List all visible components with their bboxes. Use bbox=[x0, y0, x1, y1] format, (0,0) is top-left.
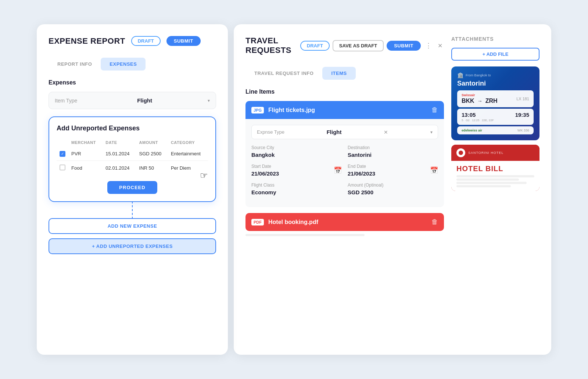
start-calendar-icon[interactable]: 📅 bbox=[334, 166, 342, 174]
expense-type-row: Expnse Type Flight ✕ ▾ bbox=[251, 125, 438, 139]
tab-expenses[interactable]: EXPENSES bbox=[101, 58, 146, 71]
arrive-time: 19:35 bbox=[515, 112, 529, 118]
header-actions: DRAFT SAVE AS DRAFT SUBMIT ⋮ ✕ bbox=[300, 40, 444, 51]
col-category: CATEGORY bbox=[168, 138, 208, 147]
end-calendar-icon[interactable]: 📅 bbox=[430, 166, 438, 174]
expenses-section-label: Expenses bbox=[49, 79, 216, 86]
end-date-value: 21/06/2023 bbox=[348, 170, 375, 177]
amount-pvr: SGD 2500 bbox=[136, 147, 168, 160]
class-amount-row: Flight Class Economy Amount (Optinoal) S… bbox=[251, 183, 438, 195]
from-code: BKK bbox=[462, 98, 474, 104]
delete-flight-icon[interactable]: 🗑 bbox=[431, 106, 438, 114]
save-draft-button[interactable]: SAVE AS DRAFT bbox=[333, 40, 384, 51]
travel-requests-panel: TRAVEL REQUESTS DRAFT SAVE AS DRAFT SUBM… bbox=[234, 24, 551, 355]
edelweiss-flight: WK 336 bbox=[517, 129, 529, 132]
unreported-expenses-box: Add Unreported Expenses MERCHANT DATE AM… bbox=[49, 116, 216, 202]
right-main-content: TRAVEL REQUESTS DRAFT SAVE AS DRAFT SUBM… bbox=[245, 36, 444, 343]
submit-button-right[interactable]: SUBMIT bbox=[387, 41, 421, 51]
scroll-indicator bbox=[245, 234, 365, 236]
flight-form: Expnse Type Flight ✕ ▾ Source City Bangk… bbox=[245, 119, 444, 207]
hotel-name: SANTORINI HOTEL bbox=[468, 151, 503, 155]
end-date-label: End Date bbox=[348, 164, 375, 169]
date-food: 02.01.2024 bbox=[103, 160, 136, 175]
flight-class-label: Flight Class bbox=[251, 183, 342, 188]
date-pvr: 15.01.2024 bbox=[103, 147, 136, 160]
flight-route: BKK → ZRH bbox=[462, 98, 498, 104]
airline-name: Swissair bbox=[462, 93, 498, 97]
more-options-icon[interactable]: ⋮ bbox=[424, 40, 433, 51]
expense-type-value: Flight bbox=[327, 129, 342, 135]
main-container: EXPENSE REPORT DRAFT SUBMIT REPORT INFO … bbox=[37, 24, 551, 355]
flight-arrow-icon: → bbox=[477, 98, 483, 104]
bill-line-4 bbox=[456, 185, 511, 187]
close-icon[interactable]: ✕ bbox=[436, 41, 444, 51]
clear-expense-type-icon[interactable]: ✕ bbox=[384, 129, 388, 135]
checkbox-food[interactable] bbox=[60, 165, 65, 170]
start-date-value: 21/06/2023 bbox=[251, 170, 279, 177]
cursor-icon: ☞ bbox=[200, 170, 208, 181]
edelweiss-name: edelweiss air bbox=[462, 129, 482, 132]
left-tabs: REPORT INFO EXPENSES bbox=[49, 58, 216, 71]
santorini-attachment: 🏛️ From Bangkok to Santorini Swissair BK… bbox=[451, 66, 539, 140]
col-amount: AMOUNT bbox=[136, 138, 168, 147]
end-date-field: End Date 21/06/2023 📅 bbox=[348, 164, 438, 177]
bill-line-2 bbox=[456, 178, 519, 181]
item-type-value: Flight bbox=[137, 97, 152, 104]
delete-hotel-icon[interactable]: 🗑 bbox=[431, 218, 438, 226]
amount-label: Amount (Optinoal) bbox=[348, 183, 438, 188]
start-date-field: Start Date 21/06/2023 📅 bbox=[251, 164, 342, 177]
destination-value: Santorini bbox=[348, 152, 438, 158]
dates-row: Start Date 21/06/2023 📅 End Date 21/06/2… bbox=[251, 164, 438, 177]
table-row: PVR 15.01.2024 SGD 2500 Entertainment bbox=[57, 147, 208, 160]
start-date-label: Start Date bbox=[251, 164, 279, 169]
hotel-bill-title: HOTEL BILL bbox=[456, 165, 534, 173]
connector-line bbox=[132, 201, 133, 219]
flight-class-field: Flight Class Economy bbox=[251, 183, 342, 195]
line-items-title: Line Items bbox=[245, 89, 444, 95]
right-header: TRAVEL REQUESTS DRAFT SAVE AS DRAFT SUBM… bbox=[245, 36, 444, 55]
attachments-title: ATTACHMENTS bbox=[451, 36, 539, 42]
tab-travel-request-info[interactable]: TRAVEL REQUEST INFO bbox=[245, 67, 322, 80]
destination-field: Destination Santorini bbox=[348, 145, 438, 158]
add-file-button[interactable]: + ADD FILE bbox=[451, 48, 539, 61]
hotel-file-header: PDF Hotel booking.pdf 🗑 bbox=[245, 213, 444, 231]
col-date: DATE bbox=[103, 138, 136, 147]
item-type-row[interactable]: Item Type Flight ▾ bbox=[49, 92, 216, 109]
proceed-button[interactable]: PROCEED bbox=[107, 181, 157, 194]
table-row: Food 02.01.2024 INR 50 Per Diem bbox=[57, 160, 208, 175]
tab-report-info[interactable]: REPORT INFO bbox=[49, 58, 101, 71]
travel-requests-title: TRAVEL REQUESTS bbox=[245, 36, 294, 55]
destination-label: Destination bbox=[348, 145, 438, 150]
bill-line-3 bbox=[456, 182, 527, 184]
checkbox-pvr[interactable] bbox=[60, 151, 65, 157]
depart-time: 13:05 bbox=[462, 112, 476, 118]
expense-report-panel: EXPENSE REPORT DRAFT SUBMIT REPORT INFO … bbox=[37, 24, 228, 355]
pdf-badge: PDF bbox=[251, 219, 264, 225]
tab-items[interactable]: ITEMS bbox=[322, 67, 355, 80]
swissair-row: Swissair BKK → ZRH LX 181 bbox=[457, 90, 534, 107]
flight-class-value: Economy bbox=[251, 189, 342, 195]
from-label: From Bangkok to bbox=[466, 73, 491, 77]
chevron-down-icon: ▾ bbox=[208, 98, 210, 103]
bill-line-1 bbox=[456, 175, 534, 177]
source-city-field: Source City Bangkok bbox=[251, 145, 342, 158]
santorini-from: 🏛️ From Bangkok to bbox=[457, 72, 534, 78]
amount-value: SGD 2500 bbox=[348, 189, 438, 195]
add-new-expense-button[interactable]: ADD NEW EXPENSE bbox=[49, 218, 216, 234]
draft-badge-right[interactable]: DRAFT bbox=[300, 41, 330, 51]
col-merchant: MERCHANT bbox=[68, 138, 103, 147]
airline-info: Swissair BKK → ZRH bbox=[462, 93, 498, 104]
flight-file-header: JPG Flight tickets.jpg 🗑 bbox=[245, 101, 444, 119]
left-header: EXPENSE REPORT DRAFT SUBMIT bbox=[49, 36, 216, 46]
flight-file-name: Flight tickets.jpg bbox=[268, 107, 427, 113]
draft-badge-left[interactable]: DRAFT bbox=[131, 36, 161, 46]
attachments-sidebar: ATTACHMENTS + ADD FILE 🏛️ From Bangkok t… bbox=[451, 36, 539, 343]
hotel-file-name: Hotel booking.pdf bbox=[268, 219, 427, 225]
item-type-label: Item Type bbox=[55, 98, 77, 104]
terminal-info: 5 G2 12:25 22E, 22F bbox=[462, 119, 494, 122]
expense-type-label: Expnse Type bbox=[257, 129, 284, 135]
submit-button-left[interactable]: SUBMIT bbox=[166, 36, 201, 46]
add-unreported-expenses-button[interactable]: + ADD UNREPORTED EXPENSES bbox=[49, 238, 216, 254]
expense-type-chevron: ▾ bbox=[430, 130, 433, 135]
hotel-logo bbox=[456, 148, 465, 157]
